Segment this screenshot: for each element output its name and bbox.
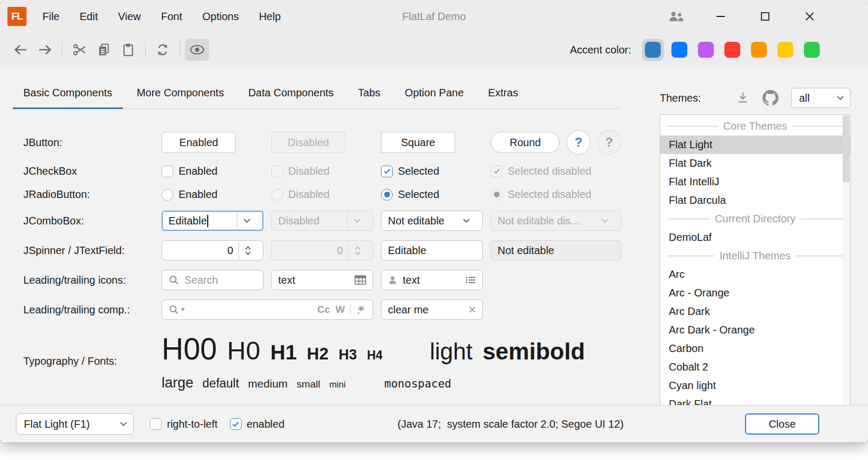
menu-view[interactable]: View <box>110 7 149 26</box>
search-input[interactable]: Search <box>162 270 263 290</box>
theme-item-selected[interactable]: Flat Light <box>660 136 850 154</box>
combobox-editable[interactable]: Editable <box>162 211 263 231</box>
radio-selected-disabled: Selected disabled <box>491 188 621 201</box>
checkbox-selected[interactable]: Selected <box>381 165 483 177</box>
theme-item[interactable]: Carbon <box>660 339 850 358</box>
radio-selected[interactable]: Selected <box>381 188 483 201</box>
spinner-buttons[interactable] <box>238 241 256 260</box>
h1-sample: H1 <box>270 341 297 364</box>
forward-button[interactable] <box>33 39 57 61</box>
whole-word-toggle[interactable]: W <box>335 304 345 315</box>
checkbox-icon[interactable] <box>162 166 173 177</box>
chevron-down-icon <box>595 211 614 230</box>
users-icon[interactable] <box>667 7 686 26</box>
theme-item[interactable]: Cyan light <box>660 376 850 395</box>
maximize-button[interactable] <box>756 7 775 26</box>
cut-button[interactable] <box>67 39 92 61</box>
theme-item[interactable]: DemoLaf <box>660 228 850 247</box>
accent-swatch[interactable] <box>801 39 823 61</box>
accent-swatch[interactable] <box>748 39 770 61</box>
menu-help[interactable]: Help <box>251 7 289 26</box>
tab-more-components[interactable]: More Components <box>126 77 235 109</box>
theme-item[interactable]: Arc <box>660 265 850 284</box>
download-icon[interactable] <box>736 91 750 105</box>
textfield-not-editable: Not editable <box>491 240 621 260</box>
checkbox-checked-icon[interactable] <box>230 418 242 430</box>
theme-item[interactable]: Arc Dark - Orange <box>660 321 850 339</box>
close-window-button[interactable] <box>800 7 819 26</box>
enabled-button[interactable]: Enabled <box>162 132 236 153</box>
accent-swatch[interactable] <box>668 39 690 61</box>
checkbox-enabled[interactable]: Enabled <box>162 165 263 177</box>
spinner[interactable]: 0 <box>162 240 263 260</box>
clear-icon[interactable] <box>468 306 476 313</box>
accent-swatch[interactable] <box>774 39 796 61</box>
tab-option-pane[interactable]: Option Pane <box>394 77 474 109</box>
tab-data-components[interactable]: Data Components <box>237 77 344 109</box>
menu-options[interactable]: Options <box>194 7 247 26</box>
theme-item[interactable]: Dark Flat <box>660 395 850 405</box>
close-button[interactable]: Close <box>745 413 819 435</box>
search-options-input[interactable]: Cc W <box>162 300 373 320</box>
radio-checked-icon[interactable] <box>381 189 393 201</box>
accent-swatch-selected[interactable] <box>642 39 664 61</box>
toolbar: Accent color: <box>0 33 868 67</box>
theme-item[interactable]: Arc Dark <box>660 302 850 321</box>
chevron-down-icon[interactable] <box>237 212 256 230</box>
right-to-left-checkbox[interactable]: right-to-left <box>150 418 218 430</box>
tab-tabs[interactable]: Tabs <box>348 77 391 109</box>
themes-filter-select[interactable]: all <box>791 88 851 108</box>
leading-trailing-comp-label: Leading/trailing comp.: <box>23 304 154 316</box>
checkbox-checked-icon <box>491 166 502 177</box>
theme-item[interactable]: Flat Darcula <box>660 191 850 210</box>
theme-item[interactable]: Arc - Orange <box>660 284 850 302</box>
menu-font[interactable]: Font <box>153 7 191 26</box>
app-window: FL File Edit View Font Options Help Flat… <box>0 0 868 443</box>
theme-item[interactable]: Flat Dark <box>660 154 850 173</box>
help-button[interactable]: ? <box>566 130 590 155</box>
text-caret <box>207 215 208 227</box>
paste-button[interactable] <box>116 39 140 61</box>
enabled-checkbox[interactable]: enabled <box>230 418 285 430</box>
themes-list[interactable]: Core Themes Flat Light Flat Dark Flat In… <box>660 114 851 405</box>
combobox-not-editable[interactable]: Not editable <box>381 211 483 231</box>
search-dropdown-icon[interactable] <box>169 304 185 315</box>
theme-item[interactable]: Flat IntelliJ <box>660 173 850 191</box>
menu-edit[interactable]: Edit <box>71 7 106 26</box>
github-icon[interactable] <box>763 90 778 106</box>
regex-toggle[interactable] <box>356 305 366 315</box>
jcombobox-label: JComboBox: <box>23 215 154 227</box>
jcheckbox-label: JCheckBox <box>23 165 154 177</box>
checkbox-icon[interactable] <box>150 418 162 430</box>
text-input-table[interactable]: text <box>271 270 373 290</box>
textfield-editable[interactable]: Editable <box>381 240 483 260</box>
user-icon <box>388 275 397 285</box>
list-icon <box>465 276 476 284</box>
radio-enabled[interactable]: Enabled <box>162 188 263 201</box>
text-input-user-list[interactable]: text <box>381 270 483 290</box>
clearable-input[interactable]: clear me <box>381 300 483 320</box>
radio-icon[interactable] <box>162 189 173 201</box>
refresh-button[interactable] <box>150 39 175 61</box>
theme-item[interactable]: Cobalt 2 <box>660 358 850 376</box>
tab-basic-components[interactable]: Basic Components <box>13 77 123 109</box>
show-hidden-toggle[interactable] <box>185 39 209 61</box>
tab-extras[interactable]: Extras <box>477 77 529 109</box>
accent-swatch[interactable] <box>695 39 717 61</box>
round-button[interactable]: Round <box>491 132 560 153</box>
accent-color-label: Accent color: <box>570 44 631 56</box>
accent-swatch[interactable] <box>721 39 743 61</box>
match-case-toggle[interactable]: Cc <box>317 304 330 315</box>
menu-file[interactable]: File <box>34 7 68 26</box>
square-button[interactable]: Square <box>381 132 455 153</box>
back-button[interactable] <box>8 39 33 61</box>
leading-trailing-icons-label: Leading/trailing icons: <box>23 274 154 286</box>
scrollbar-thumb[interactable] <box>843 115 849 182</box>
copy-button[interactable] <box>92 39 116 61</box>
checkbox-icon <box>271 166 283 177</box>
minimize-button[interactable] <box>711 7 730 26</box>
lookandfeel-select[interactable]: Flat Light (F1) <box>16 413 134 435</box>
chevron-down-icon[interactable] <box>457 211 476 230</box>
jspinner-label: JSpinner / JTextField: <box>23 245 154 257</box>
checkbox-checked-icon[interactable] <box>381 166 393 177</box>
